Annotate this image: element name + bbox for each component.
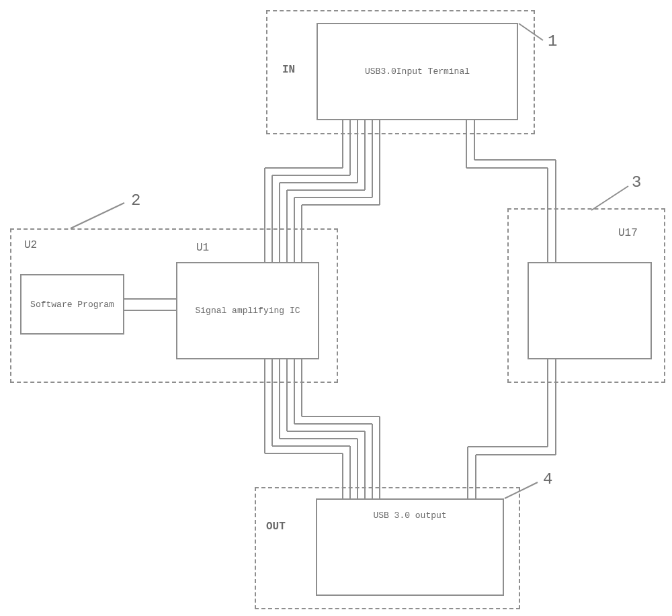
- svg-line-4: [591, 186, 628, 210]
- block-3-component: [528, 262, 652, 359]
- block-1-component: USB3.0Input Terminal: [317, 23, 518, 120]
- block-2-u2-label: U2: [24, 239, 37, 251]
- block-1-ref: 1: [548, 32, 557, 50]
- block-2-u2-text: Software Program: [30, 300, 114, 310]
- block-3-ref: 3: [632, 173, 641, 191]
- block-2-u1-label: U1: [196, 242, 209, 254]
- block-4-port-label: OUT: [266, 521, 286, 533]
- svg-line-1: [71, 203, 124, 228]
- block-1-component-text: USB3.0Input Terminal: [365, 67, 470, 77]
- block-2-u2-component: Software Program: [20, 274, 124, 335]
- block-2-ref: 2: [131, 191, 140, 210]
- block-3-label: U17: [618, 227, 638, 239]
- block-2-u1-text: Signal amplifying IC: [195, 306, 300, 316]
- block-4-component: USB 3.0 output: [316, 498, 504, 596]
- block-4-component-text: USB 3.0 output: [373, 511, 446, 521]
- diagram-canvas: USB3.0Input Terminal IN 1 Software Progr…: [0, 0, 672, 616]
- block-4-ref: 4: [543, 470, 552, 488]
- block-2-u1-component: Signal amplifying IC: [176, 262, 319, 359]
- block-1-port-label: IN: [282, 64, 295, 76]
